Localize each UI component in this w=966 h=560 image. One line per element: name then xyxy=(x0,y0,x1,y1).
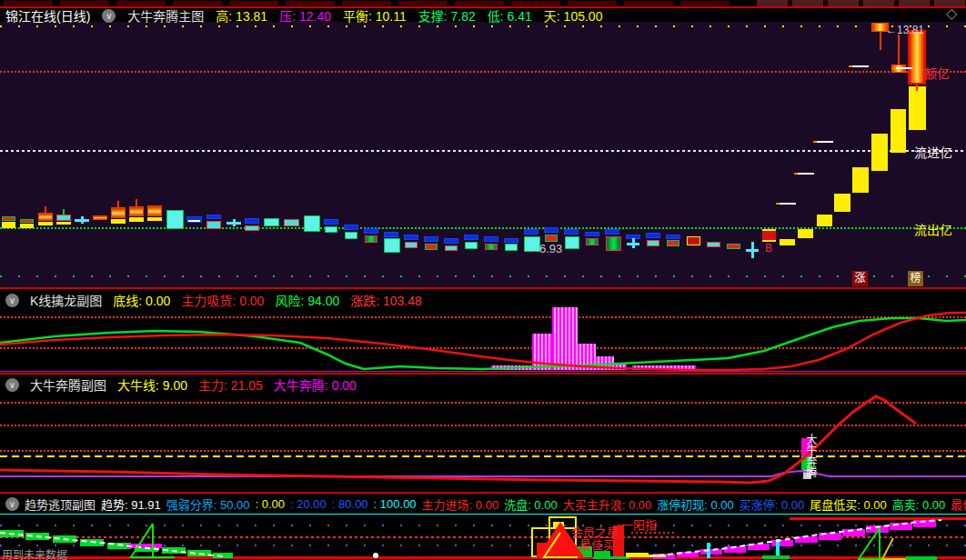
toolbar-button-remnant[interactable] xyxy=(828,0,859,6)
trade-marker xyxy=(896,67,912,69)
flat-strip xyxy=(906,556,937,560)
candlestick xyxy=(687,236,700,245)
candlestick xyxy=(384,232,398,237)
gridline xyxy=(0,316,966,318)
app-window: 锦江在线(日线)∨大牛奔腾主图高: 13.81压: 12.40平衡: 10.11… xyxy=(0,0,966,560)
indicator-field: 买涨停: 0.00 xyxy=(740,495,805,512)
panel2-red-line xyxy=(0,313,966,370)
toolbar-button-remnant[interactable] xyxy=(757,0,788,6)
candlestick xyxy=(20,219,34,223)
histogram-bar xyxy=(614,363,627,370)
candlestick xyxy=(166,210,184,229)
chart-label: B xyxy=(765,242,772,255)
candlestick xyxy=(585,232,599,236)
candlestick xyxy=(344,225,358,230)
panel2-header: ∨K线擒龙副图底线: 0.00主力吸货: 0.00风险: 94.00涨跌: 10… xyxy=(5,292,966,308)
panel-separator xyxy=(0,287,966,289)
menu-item-remnant[interactable] xyxy=(680,1,730,5)
panel2-green-line xyxy=(0,318,966,369)
toolbar-button-remnant[interactable] xyxy=(899,0,930,6)
trend-bar-up xyxy=(819,533,841,540)
chart-label: 流进亿 xyxy=(914,143,952,161)
chevron-down-circle-icon[interactable]: ∨ xyxy=(5,294,19,307)
candlestick xyxy=(524,229,538,235)
volume-bar xyxy=(56,222,71,225)
candlestick xyxy=(264,218,279,226)
candlestick xyxy=(325,226,337,233)
candlestick xyxy=(2,216,15,221)
candlestick xyxy=(206,221,221,229)
indicator-field: 强弱分界: 50.00 xyxy=(166,495,250,512)
indicator-title: K线擒龙副图 xyxy=(30,292,102,308)
trade-marker xyxy=(780,203,796,205)
trend-bar-up xyxy=(866,525,889,533)
indicator-field: 平衡: 10.11 xyxy=(343,7,407,24)
candlestick xyxy=(38,213,53,221)
histogram-bar xyxy=(532,334,552,370)
candle-wick xyxy=(880,32,881,50)
candle-wick xyxy=(136,199,137,206)
candlestick xyxy=(345,232,357,239)
menu-item-remnant[interactable] xyxy=(511,1,560,5)
candlestick xyxy=(405,242,418,248)
candlestick xyxy=(780,239,795,245)
gridline xyxy=(0,347,966,349)
indicator-field: : 80.00 xyxy=(332,497,368,511)
rank-badge[interactable]: 涨 xyxy=(852,271,868,286)
trade-marker xyxy=(852,65,869,67)
menu-item-remnant[interactable] xyxy=(398,1,448,5)
candlestick xyxy=(93,215,107,220)
indicator-field: 大牛奔腾: 0.00 xyxy=(274,376,357,393)
toolbar-button-remnant[interactable] xyxy=(792,0,823,6)
chart-label: 流出亿 xyxy=(914,220,952,238)
candlestick xyxy=(798,229,813,238)
trend-bar-up xyxy=(890,523,912,530)
candlestick xyxy=(365,235,377,243)
signal-vline xyxy=(707,543,710,558)
chevron-down-circle-icon[interactable]: ∨ xyxy=(102,9,116,23)
candlestick xyxy=(891,109,906,153)
trend-bar-up xyxy=(913,520,936,527)
trend-bar-down xyxy=(80,539,104,546)
rank-badge[interactable]: 榜 xyxy=(908,271,923,286)
baseline xyxy=(0,556,966,559)
indicator-title: 大牛奔腾主图 xyxy=(127,7,204,24)
trend-bar-up xyxy=(795,536,818,543)
candlestick xyxy=(605,229,619,235)
menu-item-remnant[interactable] xyxy=(342,1,391,5)
candlestick xyxy=(284,219,299,226)
flat-strip xyxy=(648,555,666,557)
menu-item-remnant[interactable] xyxy=(568,1,617,5)
candlestick xyxy=(206,215,221,219)
menu-item-remnant[interactable] xyxy=(4,1,53,5)
menu-item-remnant[interactable] xyxy=(60,1,109,5)
indicator-field: 底线: 0.00 xyxy=(113,292,170,308)
signal-text: 一阳指 xyxy=(621,515,657,533)
indicator-field: : 100.00 xyxy=(374,497,417,511)
menu-item-remnant[interactable] xyxy=(286,1,335,5)
chevron-down-circle-icon[interactable]: ∨ xyxy=(5,497,19,511)
candle-wick xyxy=(117,201,119,207)
main-chart-canvas[interactable] xyxy=(0,22,966,287)
menu-bar[interactable] xyxy=(0,0,966,6)
menu-item-remnant[interactable] xyxy=(455,1,504,5)
menu-item-remnant[interactable] xyxy=(229,1,278,5)
candlestick xyxy=(606,236,621,251)
toolbar-button-remnant[interactable] xyxy=(863,0,894,6)
candlestick xyxy=(834,194,850,212)
candle-cross-mark xyxy=(188,220,200,222)
gridline xyxy=(0,371,966,372)
candlestick xyxy=(484,236,498,242)
menu-item-remnant[interactable] xyxy=(116,1,166,5)
indicator-field: 天: 105.00 xyxy=(544,7,603,24)
candlestick xyxy=(727,244,740,249)
menu-item-remnant[interactable] xyxy=(173,1,222,5)
menu-item-remnant[interactable] xyxy=(624,1,673,5)
chart-label: 额亿 xyxy=(924,64,950,82)
candlestick xyxy=(544,227,558,233)
chevron-down-circle-icon[interactable]: ∨ xyxy=(5,378,19,392)
vertical-signal-label: 大牛奔腾 xyxy=(804,434,816,477)
candlestick xyxy=(245,225,259,231)
gridline xyxy=(0,450,966,452)
candlestick xyxy=(245,218,259,224)
